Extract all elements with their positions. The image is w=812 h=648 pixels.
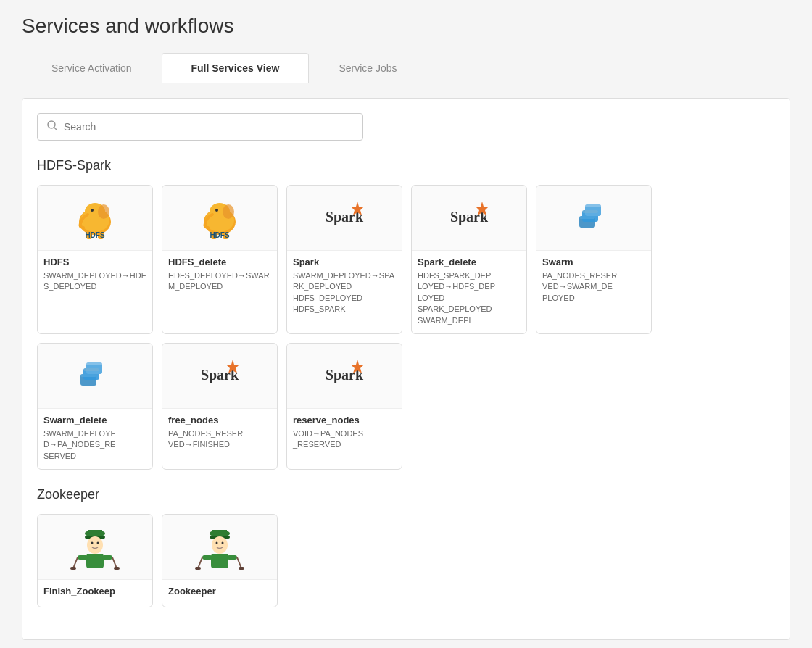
svg-rect-25 <box>579 216 595 219</box>
card-info-reserve-nodes: reserve_nodes VOID→PA_NODES _RESERVED <box>287 409 402 458</box>
card-info-spark: Spark SWARM_DEPLOYED→SPARK_DEPLOYED HDFS… <box>287 251 402 323</box>
svg-rect-58 <box>202 555 212 560</box>
svg-text:HDFS: HDFS <box>85 231 105 239</box>
service-card-zookeeper[interactable]: Zookeeper <box>162 514 278 607</box>
tab-service-activation[interactable]: Service Activation <box>22 53 162 83</box>
svg-rect-63 <box>239 567 244 570</box>
svg-point-54 <box>212 536 228 554</box>
search-icon <box>46 120 58 134</box>
service-card-hdfs[interactable]: HDFS HDFS SWARM_DEPLOYED→HDFS_DEPLOYED <box>37 185 153 334</box>
svg-point-42 <box>91 542 94 544</box>
section-hdfs-spark: HDFS-Spark <box>37 158 775 470</box>
svg-rect-61 <box>195 567 201 570</box>
svg-line-60 <box>198 557 202 568</box>
card-info-spark-delete: Spark_delete HDFS_SPARK_DEP LOYED→HDFS_D… <box>412 251 526 333</box>
card-states-spark: SWARM_DEPLOYED→SPARK_DEPLOYED HDFS_DEPLO… <box>293 270 396 315</box>
card-name-spark-delete: Spark_delete <box>418 257 521 267</box>
svg-point-6 <box>91 209 94 212</box>
card-icon-swarm-delete <box>38 344 152 409</box>
svg-point-56 <box>222 542 224 544</box>
card-states-spark-delete: HDFS_SPARK_DEP LOYED→HDFS_DEP LOYED SPAR… <box>418 270 521 326</box>
search-bar[interactable] <box>37 113 363 141</box>
search-input[interactable] <box>64 121 354 133</box>
card-states-reserve-nodes: VOID→PA_NODES _RESERVED <box>293 428 396 451</box>
card-icon-hdfs-delete: HDFS <box>162 186 277 251</box>
card-icon-swarm <box>536 186 651 251</box>
card-states-free-nodes: PA_NODES_RESER VED→FINISHED <box>168 428 271 451</box>
card-info-swarm: Swarm PA_NODES_RESER VED→SWARM_DE PLOYED <box>536 251 651 311</box>
svg-line-62 <box>237 557 241 568</box>
card-info-free-nodes: free_nodes PA_NODES_RESER VED→FINISHED <box>162 409 277 458</box>
svg-rect-32 <box>83 368 99 371</box>
svg-rect-50 <box>114 567 120 570</box>
svg-rect-33 <box>86 362 102 365</box>
card-icon-finish-zookeeper <box>38 515 152 580</box>
card-name-reserve-nodes: reserve_nodes <box>293 415 396 425</box>
svg-rect-45 <box>78 555 88 560</box>
tab-service-jobs[interactable]: Service Jobs <box>309 53 426 83</box>
service-grid-zookeeper: Finish_Zookeep <box>37 514 775 607</box>
card-name-hdfs: HDFS <box>44 257 146 267</box>
card-icon-hdfs: HDFS <box>38 186 152 251</box>
svg-point-43 <box>97 542 99 544</box>
card-states-hdfs-delete: HDFS_DEPLOYED→SWARM_DEPLOYED <box>168 270 271 293</box>
svg-rect-59 <box>227 555 237 560</box>
svg-rect-44 <box>86 554 104 568</box>
card-name-finish-zookeeper: Finish_Zookeep <box>44 586 146 597</box>
card-icon-spark-delete: Spark <box>412 186 526 251</box>
service-card-spark-delete[interactable]: Spark Spark_delete HDFS_SPARK_DEP LOYED→… <box>411 185 527 334</box>
svg-rect-46 <box>102 555 112 560</box>
card-info-finish-zookeeper: Finish_Zookeep <box>38 580 152 607</box>
card-name-free-nodes: free_nodes <box>168 415 271 425</box>
card-states-swarm-delete: SWARM_DEPLOYE D→PA_NODES_RE SERVED <box>44 428 146 462</box>
svg-rect-52 <box>212 530 227 536</box>
card-icon-spark: Spark <box>287 186 402 251</box>
svg-line-49 <box>112 557 117 568</box>
card-icon-zookeeper <box>162 515 277 580</box>
card-name-spark: Spark <box>293 257 396 267</box>
card-name-swarm-delete: Swarm_delete <box>44 415 146 425</box>
card-info-hdfs-delete: HDFS_delete HDFS_DEPLOYED→SWARM_DEPLOYED <box>162 251 277 300</box>
card-name-zookeeper: Zookeeper <box>168 586 271 597</box>
svg-rect-39 <box>88 530 102 536</box>
svg-point-41 <box>87 536 103 554</box>
section-title-zookeeper: Zookeeper <box>37 487 775 502</box>
tab-bar: Service Activation Full Services View Se… <box>22 52 790 83</box>
svg-point-5 <box>98 204 109 219</box>
svg-rect-57 <box>211 554 228 568</box>
svg-rect-27 <box>585 204 601 207</box>
tab-full-services-view[interactable]: Full Services View <box>162 53 310 83</box>
service-card-swarm[interactable]: Swarm PA_NODES_RESER VED→SWARM_DE PLOYED <box>536 185 652 334</box>
service-card-spark[interactable]: Spark Spark SWARM_DEPLOYED→SPARK_DEPLOYE… <box>286 185 402 334</box>
svg-line-47 <box>73 557 78 568</box>
svg-rect-31 <box>80 374 96 377</box>
svg-point-13 <box>223 204 234 219</box>
card-icon-free-nodes: Spark <box>162 344 277 409</box>
service-card-free-nodes[interactable]: Spark free_nodes PA_NODES_RESER VED→FINI… <box>162 343 278 470</box>
card-name-swarm: Swarm <box>542 257 645 267</box>
service-grid-hdfs-spark: HDFS HDFS SWARM_DEPLOYED→HDFS_DEPLOYED <box>37 185 775 470</box>
card-info-swarm-delete: Swarm_delete SWARM_DEPLOYE D→PA_NODES_RE… <box>38 409 152 469</box>
svg-line-1 <box>54 128 57 130</box>
svg-rect-48 <box>70 567 76 570</box>
card-states-swarm: PA_NODES_RESER VED→SWARM_DE PLOYED <box>542 270 645 304</box>
card-icon-reserve-nodes: Spark <box>287 344 402 409</box>
content-panel: HDFS-Spark <box>22 98 790 640</box>
service-card-finish-zookeeper[interactable]: Finish_Zookeep <box>37 514 153 607</box>
svg-point-14 <box>215 209 218 212</box>
svg-text:HDFS: HDFS <box>210 231 230 239</box>
service-card-reserve-nodes[interactable]: Spark reserve_nodes VOID→PA_NODES _RESER… <box>286 343 402 470</box>
section-zookeeper: Zookeeper <box>37 487 775 607</box>
card-name-hdfs-delete: HDFS_delete <box>168 257 271 267</box>
main-content: HDFS-Spark <box>0 83 812 648</box>
card-states-hdfs: SWARM_DEPLOYED→HDFS_DEPLOYED <box>44 270 146 293</box>
card-info-zookeeper: Zookeeper <box>162 580 277 607</box>
section-title-hdfs-spark: HDFS-Spark <box>37 158 775 173</box>
svg-rect-26 <box>582 210 598 213</box>
service-card-swarm-delete[interactable]: Swarm_delete SWARM_DEPLOYE D→PA_NODES_RE… <box>37 343 153 470</box>
service-card-hdfs-delete[interactable]: HDFS HDFS_delete HDFS_DEPLOYED→SWARM_DEP… <box>162 185 278 334</box>
card-info-hdfs: HDFS SWARM_DEPLOYED→HDFS_DEPLOYED <box>38 251 152 300</box>
svg-point-55 <box>216 542 218 544</box>
page-title: Services and workflows <box>22 14 790 38</box>
